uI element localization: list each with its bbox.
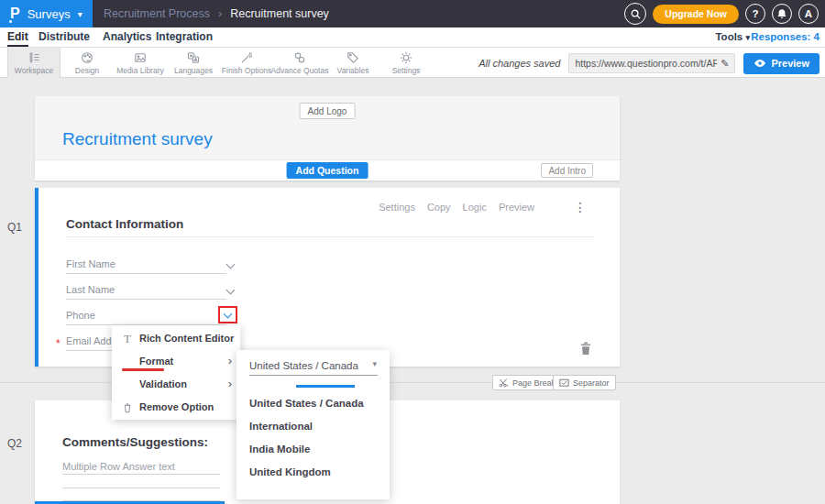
question-title[interactable]: Comments/Suggestions: — [62, 435, 208, 449]
notifications-button[interactable] — [772, 4, 792, 24]
responses-link[interactable]: Responses: 4 — [751, 31, 820, 42]
tag-icon — [346, 50, 360, 65]
image-icon — [133, 50, 148, 65]
question-title[interactable]: Contact Information — [66, 217, 183, 231]
annotation-highlight-box — [218, 306, 237, 323]
save-status: All changes saved — [478, 58, 560, 69]
search-button[interactable] — [624, 3, 646, 25]
add-question-button[interactable]: Add Question — [287, 162, 368, 179]
toolbar-label: Media Library — [116, 66, 164, 75]
chevron-down-icon[interactable] — [226, 260, 236, 269]
tools-menu[interactable]: Tools ▾ — [715, 31, 750, 42]
breadcrumb-separator-icon: › — [218, 7, 222, 20]
survey-title[interactable]: Recruitment survey — [62, 129, 213, 149]
survey-url-input[interactable] — [575, 58, 717, 69]
format-option-united-kingdom[interactable]: United Kingdom — [249, 466, 331, 477]
edit-url-icon[interactable]: ✎ — [720, 58, 729, 70]
add-question-row: Add Question Add Intro — [35, 160, 620, 181]
question-preview-link[interactable]: Preview — [499, 202, 534, 213]
surveys-menu-label: Surveys — [28, 7, 71, 21]
toolbar-label: Settings — [392, 66, 421, 75]
question-number-q1: Q1 — [7, 221, 22, 234]
tab-edit[interactable]: Edit — [7, 30, 28, 47]
field-label-first-name[interactable]: First Name — [66, 258, 116, 269]
format-select[interactable]: United States / Canada — [249, 360, 358, 371]
format-option-international[interactable]: International — [249, 421, 313, 432]
select-underline — [249, 375, 378, 376]
top-header: P Surveys ▾ Recruitment Process › Recrui… — [0, 0, 825, 27]
tab-distribute[interactable]: Distribute — [38, 30, 90, 43]
select-caret-icon[interactable]: ▾ — [372, 359, 377, 368]
add-intro-button[interactable]: Add Intro — [541, 163, 593, 178]
separator-label: Separator — [573, 378, 610, 388]
field-underline — [66, 299, 226, 300]
menu-item-label: Rich Content Editor — [139, 333, 234, 344]
menu-item-remove-option[interactable]: Remove Option — [112, 396, 240, 419]
upgrade-now-button[interactable]: Upgrade Now — [653, 5, 739, 24]
caret-down-icon: ▾ — [745, 33, 750, 42]
breadcrumb-parent[interactable]: Recruitment Process — [104, 7, 210, 20]
question-number-q2: Q2 — [7, 437, 22, 450]
preview-label: Preview — [771, 58, 809, 69]
help-button[interactable]: ? — [745, 4, 765, 24]
trash-icon — [579, 341, 592, 356]
separator-button[interactable]: Separator — [553, 375, 616, 390]
question-settings-link[interactable]: Settings — [379, 202, 415, 213]
submenu-arrow-icon: › — [228, 354, 232, 367]
menu-item-validation[interactable]: Validation › — [112, 373, 240, 396]
app-window: P Surveys ▾ Recruitment Process › Recrui… — [0, 0, 825, 504]
menu-item-rich-content-editor[interactable]: T Rich Content Editor — [112, 327, 240, 350]
breadcrumb-current: Recruitment survey — [230, 7, 329, 20]
kebab-menu-icon[interactable]: ⋮ — [574, 200, 587, 214]
chevron-down-icon[interactable] — [224, 310, 233, 319]
toolbar-workspace[interactable]: Workspace — [7, 48, 60, 78]
text-format-icon: T — [121, 332, 134, 346]
survey-nav: Edit Distribute Analytics Integration To… — [0, 27, 825, 48]
add-logo-button[interactable]: Add Logo — [300, 103, 356, 119]
page-break-label: Page Break — [512, 378, 556, 388]
field-label-last-name[interactable]: Last Name — [66, 284, 115, 295]
avatar[interactable]: A — [798, 4, 819, 24]
bell-icon — [776, 8, 787, 19]
delete-row-button[interactable] — [579, 341, 592, 359]
page-break-button[interactable]: Page Break — [492, 375, 562, 390]
chevron-down-icon[interactable] — [226, 286, 236, 295]
format-option-india-mobile[interactable]: India Mobile — [249, 444, 310, 455]
annotation-underline — [122, 368, 164, 371]
menu-item-label: Format — [139, 356, 173, 367]
surveys-menu[interactable]: P Surveys ▾ — [0, 0, 93, 27]
field-underline — [66, 273, 226, 274]
toolbar-media-library[interactable]: Media Library — [114, 48, 167, 78]
answer-underline — [62, 488, 220, 488]
translate-icon — [186, 50, 201, 65]
toolbar-design[interactable]: Design — [60, 48, 114, 78]
eye-icon — [754, 59, 766, 68]
search-icon — [630, 8, 642, 20]
chain-links-icon — [292, 50, 307, 65]
toolbar-settings[interactable]: Settings — [380, 48, 433, 78]
survey-header-card: Add Logo Recruitment survey Add Question… — [35, 96, 620, 181]
toolbar-label: Languages — [174, 66, 213, 75]
required-asterisk: * — [56, 337, 60, 350]
menu-item-label: Remove Option — [139, 401, 214, 412]
preview-button[interactable]: Preview — [743, 53, 820, 74]
tab-analytics[interactable]: Analytics — [103, 30, 151, 43]
toolbar-languages[interactable]: Languages — [167, 48, 220, 78]
caret-down-icon: ▾ — [78, 9, 82, 19]
question-logic-link[interactable]: Logic — [463, 202, 487, 213]
question-actions: Settings Copy Logic Preview ⋮ — [379, 200, 587, 214]
format-option-us-canada[interactable]: United States / Canada — [249, 398, 364, 409]
question-copy-link[interactable]: Copy — [427, 202, 451, 213]
submenu-arrow-icon: › — [228, 377, 232, 390]
toolbar-label: Advance Quotas — [271, 66, 329, 75]
toolbar-label: Finish Options — [222, 66, 271, 75]
multi-row-answer-placeholder[interactable]: Multiple Row Answer text — [62, 461, 175, 472]
toolbar-variables[interactable]: Variables — [326, 48, 380, 78]
toolbar-finish-options[interactable]: Finish Options — [220, 48, 273, 78]
header-actions: Upgrade Now ? A — [624, 0, 819, 27]
toolbar-advance-quotas[interactable]: Advance Quotas — [273, 48, 326, 78]
trash-icon — [121, 400, 134, 417]
toolbar-label: Workspace — [15, 66, 53, 75]
tab-integration[interactable]: Integration — [156, 30, 213, 43]
field-label-phone[interactable]: Phone — [66, 310, 95, 321]
